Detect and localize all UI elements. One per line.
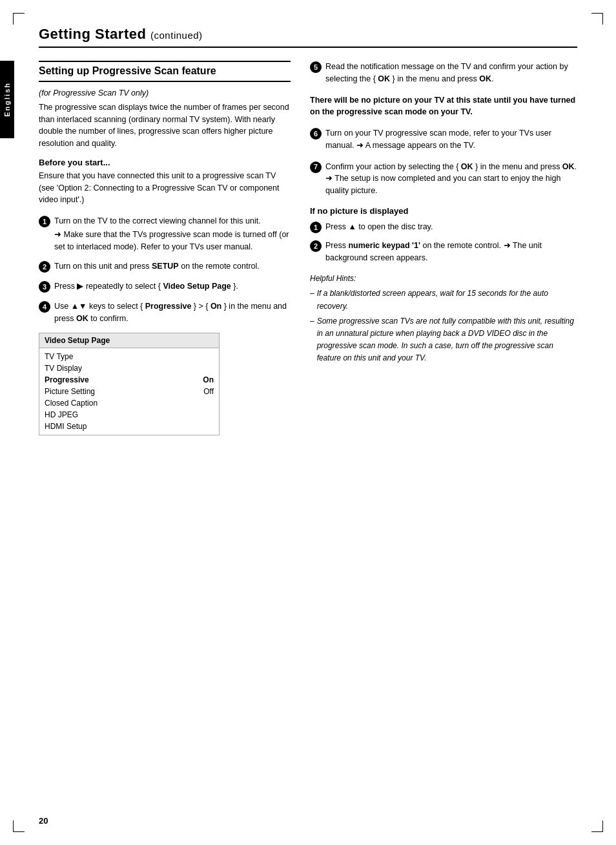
hint-2-text: Some progressive scan TVs are not fully … xyxy=(317,315,577,365)
if-no-pic-step-2: 2 Press numeric keypad '1' on the remote… xyxy=(310,240,577,264)
if-no-pic-step-2-content: Press numeric keypad '1' on the remote c… xyxy=(325,240,577,264)
hints-title: Helpful Hints: xyxy=(310,273,577,285)
step-2-content: Turn on this unit and press SETUP on the… xyxy=(54,260,291,273)
page-title: Getting Started (continued) xyxy=(39,26,577,43)
right-column: 5 Read the notification message on the T… xyxy=(310,61,577,435)
table-row-closed-caption: Closed Caption xyxy=(39,397,219,409)
hint-1-text: If a blank/distorted screen appears, wai… xyxy=(317,287,577,312)
content-area: English Setting up Progressive Scan feat… xyxy=(39,61,577,435)
corner-mark-tl xyxy=(13,13,25,25)
before-start-text: Ensure that you have connected this unit… xyxy=(39,170,291,206)
right-step-5-content: Read the notification message on the TV … xyxy=(325,61,577,85)
step-1-arrow: Make sure that the TVs progressive scan … xyxy=(54,229,291,253)
picture-setting-value: Off xyxy=(203,387,214,396)
page: Getting Started (continued) English Sett… xyxy=(0,0,616,845)
setup-table: Video Setup Page TV Type TV Display Prog… xyxy=(39,333,220,435)
step-3-content: Press ▶ repeatedly to select { Video Set… xyxy=(54,280,291,293)
before-start-label: Before you start... xyxy=(39,158,291,167)
hdmi-setup-label: HDMI Setup xyxy=(45,422,214,431)
right-step-6-arrow: A message appears on the TV. xyxy=(356,141,475,150)
left-column: Setting up Progressive Scan feature (for… xyxy=(39,61,291,435)
helpful-hints: Helpful Hints: – If a blank/distorted sc… xyxy=(310,273,577,364)
step-4-content: Use ▲▼ keys to select { Progressive } > … xyxy=(54,300,291,325)
tv-type-label: TV Type xyxy=(45,352,214,361)
warning-text: There will be no picture on your TV at t… xyxy=(310,94,577,119)
if-no-picture-title: If no picture is displayed xyxy=(310,206,577,216)
right-step-6-content: Turn on your TV progressive scan mode, r… xyxy=(325,127,577,152)
section-title: Setting up Progressive Scan feature xyxy=(39,61,291,82)
english-tab: English xyxy=(0,61,14,138)
page-header: Getting Started (continued) xyxy=(39,26,577,48)
table-body: TV Type TV Display Progressive On Pictur… xyxy=(39,348,219,435)
progressive-value: On xyxy=(203,375,214,384)
right-step-5: 5 Read the notification message on the T… xyxy=(310,61,577,85)
step-1-content: Turn on the TV to the correct viewing ch… xyxy=(54,215,291,253)
table-row-hdmi-setup: HDMI Setup xyxy=(39,421,219,432)
right-step-num-6: 6 xyxy=(310,128,322,140)
italic-note: (for Progressive Scan TV only) xyxy=(39,89,291,98)
step-num-1: 1 xyxy=(39,216,50,227)
step-num-3: 3 xyxy=(39,281,50,293)
if-no-pic-num-1: 1 xyxy=(310,222,322,233)
corner-mark-br xyxy=(591,820,603,832)
corner-mark-bl xyxy=(13,820,25,832)
left-step-4: 4 Use ▲▼ keys to select { Progressive } … xyxy=(39,300,291,325)
table-row-picture-setting: Picture Setting Off xyxy=(39,386,219,397)
closed-caption-label: Closed Caption xyxy=(45,399,214,408)
if-no-pic-num-2: 2 xyxy=(310,240,322,252)
step-num-4: 4 xyxy=(39,301,50,313)
left-step-1: 1 Turn on the TV to the correct viewing … xyxy=(39,215,291,253)
table-header: Video Setup Page xyxy=(39,333,219,348)
page-number: 20 xyxy=(39,816,48,826)
left-step-2: 2 Turn on this unit and press SETUP on t… xyxy=(39,260,291,273)
if-no-pic-step-1-content: Press ▲ to open the disc tray. xyxy=(325,221,433,233)
hd-jpeg-label: HD JPEG xyxy=(45,410,214,419)
hint-1: – If a blank/distorted screen appears, w… xyxy=(310,287,577,312)
progressive-label: Progressive xyxy=(45,375,190,384)
table-row-tv-display: TV Display xyxy=(39,362,219,374)
table-row-hd-jpeg: HD JPEG xyxy=(39,409,219,421)
right-step-6: 6 Turn on your TV progressive scan mode,… xyxy=(310,127,577,152)
left-step-3: 3 Press ▶ repeatedly to select { Video S… xyxy=(39,280,291,293)
right-step-7-content: Confirm your action by selecting the { O… xyxy=(325,161,577,197)
table-row-progressive: Progressive On xyxy=(39,374,219,386)
if-no-pic-step-1: 1 Press ▲ to open the disc tray. xyxy=(310,221,577,233)
right-step-7: 7 Confirm your action by selecting the {… xyxy=(310,161,577,197)
table-row-tv-type: TV Type xyxy=(39,351,219,362)
right-step-num-5: 5 xyxy=(310,61,322,73)
corner-mark-tr xyxy=(591,13,603,25)
picture-setting-label: Picture Setting xyxy=(45,387,190,396)
hint-2: – Some progressive scan TVs are not full… xyxy=(310,315,577,365)
step-num-2: 2 xyxy=(39,261,50,273)
right-step-7-arrow: The setup is now completed and you can s… xyxy=(325,174,560,195)
tv-display-label: TV Display xyxy=(45,364,214,373)
intro-text: The progressive scan displays twice the … xyxy=(39,101,291,150)
right-step-num-7: 7 xyxy=(310,162,322,173)
